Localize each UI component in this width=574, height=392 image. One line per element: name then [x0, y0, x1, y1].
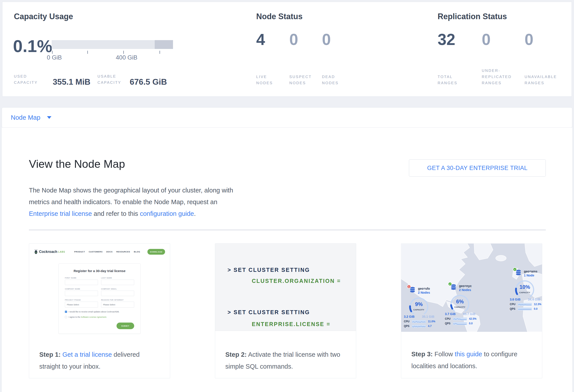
capacity-bar-other-usage [155, 40, 173, 49]
last-name-input [101, 280, 134, 285]
capacity-arc-ams: 10% CAPACITY [514, 279, 535, 300]
company-name-field: COMPANY NAME [65, 288, 98, 296]
this-guide-link[interactable]: this guide [455, 351, 482, 358]
locality-sfo: 1 geo=sfo 2 Nodes [404, 287, 437, 328]
nav-item-customers: CUSTOMERS [89, 251, 102, 253]
project-phase-select: Please Select [65, 302, 98, 308]
suspect-nodes-label: SUSPECT NODES [289, 74, 322, 86]
configuration-guide-link[interactable]: configuration guide [140, 210, 194, 217]
dead-nodes-label: DEAD NODES [322, 74, 360, 86]
capacity-usage-section: Capacity Usage 0.1% 0 GiB 400 GiB USED C… [14, 2, 256, 96]
checkbox-empty-icon [65, 316, 67, 318]
qps-metric-nyc: QPS 0.0 [445, 322, 478, 325]
qps-sparkline [412, 325, 426, 328]
axis-label-400: 400 GiB [116, 54, 138, 61]
email-updates-checkbox-row: ✓ I would like to receive email updates … [65, 311, 134, 313]
company-email-label: COMPANY EMAIL [101, 288, 134, 290]
cockroach-bug-icon [34, 249, 38, 254]
step3-prefix: Step 3: [411, 351, 433, 358]
locality-nyc-names: geo=nyc 2 Nodes [459, 284, 472, 292]
last-name-label: LAST NAME [101, 277, 134, 279]
capacity-arc-nyc: 6% CAPACITY [449, 294, 471, 315]
enterprise-trial-license-link[interactable]: Enterprise trial license [29, 210, 92, 217]
node-map-dropdown[interactable]: Node Map [2, 107, 572, 128]
sql-line-2: CLUSTER.ORGANIZATION = [252, 278, 356, 284]
download-button-thumbnail: DOWNLOAD [147, 249, 165, 255]
node-status-title: Node Status [256, 12, 438, 21]
capacity-label: CAPACITY [514, 291, 535, 294]
capacity-percent: 0.1% [13, 37, 52, 55]
node-map-placeholder-section: View the Node Map GET A 30-DAY ENTERPRIS… [2, 128, 572, 392]
submit-row: SUBMIT [65, 322, 134, 329]
database-icon [410, 287, 416, 293]
cpu-label: CPU [404, 320, 412, 323]
first-name-input [65, 280, 98, 285]
node-status-section: Node Status 4 LIVE NODES 0 SUSPECT NODES… [256, 2, 438, 96]
sql-line-4: ENTERPRISE.LICENSE = [252, 321, 356, 327]
capacity-label: CAPACITY [408, 309, 430, 311]
locality-node-count: 1 Node [524, 273, 537, 277]
form-title: Register for a 30-day trial license [65, 269, 134, 273]
replication-status-section: Replication Status 32 TOTAL RANGES 0 UND… [438, 2, 572, 96]
form-fields-grid: FIRST NAME LAST NAME COMPANY NAME C [65, 277, 134, 308]
live-nodes-stat: 4 LIVE NODES [256, 21, 289, 96]
checkbox-checked-icon: ✓ [65, 311, 67, 313]
qps-metric-sfo: QPS 4.7 [404, 325, 437, 328]
sql-line-1: > SET CLUSTER SETTING [227, 266, 356, 273]
qps-sparkline [518, 308, 532, 310]
total-ranges-value: 32 [438, 31, 482, 48]
used-capacity-value: 355.1 MiB [53, 78, 90, 86]
logo-suffix: LABS [58, 251, 65, 253]
live-nodes-label: LIVE NODES [256, 74, 289, 86]
get-trial-license-link[interactable]: Get a trial license [62, 351, 112, 358]
submit-button-thumbnail: SUBMIT [117, 322, 134, 329]
qps-value: 0.0 [469, 322, 473, 325]
unavailable-ranges-label: UNAVAILABLE RANGES [525, 74, 569, 86]
cpu-label: CPU [445, 317, 453, 320]
page-title: View the Node Map [29, 158, 125, 170]
capacity-usage-title: Capacity Usage [14, 12, 256, 21]
suspect-nodes-value: 0 [289, 31, 322, 48]
get-trial-button[interactable]: GET A 30-DAY ENTERPRISE TRIAL [409, 159, 546, 177]
capacity-bar [52, 40, 173, 49]
step3-caption: Step 3: Follow this guide to configure l… [401, 332, 542, 372]
axis-tick [123, 51, 124, 54]
last-name-field: LAST NAME [101, 277, 134, 285]
used-capacity-label: USED CAPACITY [14, 74, 52, 86]
step3-text-1: Follow [433, 351, 455, 358]
qps-value: 4.7 [428, 325, 432, 328]
email-updates-text: I would like to receive email updates ab… [69, 311, 119, 313]
first-name-field: FIRST NAME [65, 277, 98, 285]
nav-item-product: PRODUCT [74, 251, 85, 253]
cockroach-labs-logo: Cockroach LABS [34, 249, 65, 254]
database-icon [451, 284, 457, 290]
live-nodes-value: 4 [256, 31, 289, 48]
license-agreement-checkbox-row: I agree to the Software License Agreemen… [65, 316, 134, 318]
database-icon [515, 270, 522, 276]
cpu-sparkline [453, 317, 467, 320]
capacity-percent: 10% [514, 284, 535, 290]
qps-metric-ams: QPS 0.0 [510, 307, 542, 310]
qps-label: QPS [510, 307, 518, 310]
step2-prefix: Step 2: [225, 351, 247, 358]
cpu-sparkline [518, 303, 532, 306]
cpu-value: 12.3% [534, 303, 541, 306]
nav-item-docs: DOCS [106, 251, 113, 253]
license-agreement-pre: I agree to the [69, 316, 81, 318]
locality-ams-header: ✓ geo=ams 1 Node [510, 270, 542, 277]
first-name-label: FIRST NAME [65, 277, 98, 279]
replication-status-stats: 32 TOTAL RANGES 0 UNDER- REPLICATED RANG… [438, 21, 572, 96]
mini-site-nav: PRODUCT CUSTOMERS DOCS RESOURCES BLOG DO… [74, 249, 165, 255]
capacity-axis-labels: 0 GiB 400 GiB [52, 54, 173, 61]
usable-capacity-value: 676.5 GiB [130, 78, 167, 86]
under-replicated-value: 0 [482, 31, 525, 48]
locality-name: geo=ams [524, 270, 537, 273]
unavailable-ranges-stat: 0 UNAVAILABLE RANGES [525, 21, 569, 96]
logo-wordmark: Cockroach [39, 250, 57, 254]
step1-card: Cockroach LABS PRODUCT CUSTOMERS DOCS RE… [29, 243, 170, 378]
software-license-link: Software License Agreement. [81, 316, 107, 318]
reason-label: REASON FOR INTEREST [101, 299, 134, 301]
nav-item-blog: BLOG [134, 251, 140, 253]
node-status-stats: 4 LIVE NODES 0 SUSPECT NODES 0 DEAD NODE… [256, 21, 438, 96]
axis-tick [52, 51, 53, 54]
